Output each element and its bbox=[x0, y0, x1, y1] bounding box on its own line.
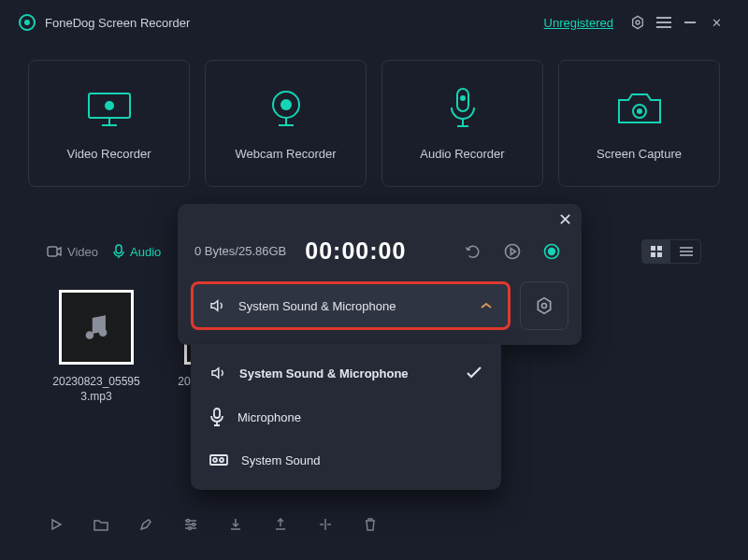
option-label: System Sound & Microphone bbox=[239, 366, 409, 381]
audio-source-dropdown: System Sound & Microphone Microphone Sys… bbox=[191, 344, 501, 490]
card-label: Audio Recorder bbox=[420, 147, 504, 161]
split-icon[interactable] bbox=[316, 515, 335, 534]
tab-label: Video bbox=[67, 245, 98, 259]
option-system-and-mic[interactable]: System Sound & Microphone bbox=[191, 352, 501, 395]
svg-rect-3 bbox=[656, 22, 671, 23]
close-icon[interactable]: ✕ bbox=[558, 209, 572, 230]
svg-point-1 bbox=[636, 21, 640, 24]
chevron-up-icon bbox=[480, 301, 493, 310]
webcam-recorder-card[interactable]: Webcam Recorder bbox=[205, 60, 367, 187]
recording-panel: ✕ 0 Bytes/25.86GB 00:00:00 System Sound … bbox=[178, 204, 582, 345]
video-recorder-card[interactable]: Video Recorder bbox=[28, 60, 190, 187]
bottom-toolbar bbox=[28, 508, 720, 541]
svg-marker-40 bbox=[538, 298, 550, 314]
folder-icon[interactable] bbox=[92, 515, 110, 534]
svg-point-45 bbox=[220, 458, 223, 462]
svg-rect-16 bbox=[116, 245, 122, 253]
svg-point-44 bbox=[213, 458, 217, 462]
svg-point-31 bbox=[187, 520, 190, 523]
svg-point-32 bbox=[193, 524, 195, 526]
webcam-icon bbox=[266, 87, 307, 130]
record-icon[interactable] bbox=[539, 238, 565, 265]
close-window-icon[interactable] bbox=[703, 9, 729, 36]
view-toggle bbox=[641, 239, 701, 264]
speaker-icon bbox=[209, 297, 225, 314]
svg-point-39 bbox=[549, 248, 555, 254]
check-icon bbox=[466, 366, 482, 380]
card-label: Screen Capture bbox=[597, 147, 682, 161]
svg-rect-18 bbox=[657, 246, 662, 251]
camera-icon bbox=[615, 87, 664, 130]
svg-point-24 bbox=[86, 331, 94, 339]
card-label: Video Recorder bbox=[66, 147, 151, 161]
undo-icon[interactable] bbox=[460, 238, 486, 265]
file-item[interactable]: 20230823_055953.mp3 bbox=[50, 290, 142, 404]
audio-source-label: System Sound & Microphone bbox=[238, 299, 467, 313]
import-icon[interactable] bbox=[226, 515, 245, 534]
trash-icon[interactable] bbox=[361, 515, 380, 534]
svg-rect-19 bbox=[651, 252, 655, 257]
audio-recorder-card[interactable]: Audio Recorder bbox=[381, 60, 543, 187]
tab-audio[interactable]: Audio bbox=[113, 244, 161, 259]
monitor-icon bbox=[83, 87, 136, 130]
app-title: FoneDog Screen Recorder bbox=[45, 16, 190, 30]
speaker-icon bbox=[209, 365, 226, 381]
card-label: Webcam Recorder bbox=[235, 147, 336, 161]
tab-label: Audio bbox=[130, 245, 161, 259]
svg-marker-0 bbox=[633, 16, 643, 28]
music-note-icon bbox=[59, 290, 134, 365]
grid-view-button[interactable] bbox=[642, 240, 670, 263]
option-label: Microphone bbox=[237, 410, 301, 424]
svg-rect-21 bbox=[680, 247, 693, 249]
file-name: 20230823_055953.mp3 bbox=[50, 374, 142, 404]
screen-capture-card[interactable]: Screen Capture bbox=[558, 60, 720, 187]
svg-rect-20 bbox=[657, 252, 662, 257]
svg-rect-4 bbox=[656, 26, 671, 28]
export-icon[interactable] bbox=[271, 515, 290, 534]
sliders-icon[interactable] bbox=[181, 515, 200, 534]
svg-point-14 bbox=[637, 108, 642, 114]
svg-point-25 bbox=[99, 328, 108, 337]
edit-icon[interactable] bbox=[137, 515, 155, 534]
minimize-icon[interactable] bbox=[677, 9, 703, 36]
list-view-button[interactable] bbox=[672, 240, 700, 263]
microphone-icon bbox=[209, 408, 224, 426]
unregistered-link[interactable]: Unregistered bbox=[544, 16, 613, 30]
audio-source-select[interactable]: System Sound & Microphone bbox=[191, 281, 511, 330]
svg-rect-42 bbox=[214, 409, 220, 418]
svg-point-6 bbox=[105, 101, 114, 110]
svg-point-33 bbox=[189, 527, 192, 530]
microphone-icon bbox=[447, 87, 479, 130]
storage-text: 0 Bytes/25.86GB bbox=[194, 244, 286, 258]
app-logo bbox=[19, 14, 36, 31]
audio-settings-button[interactable] bbox=[520, 281, 568, 330]
timer-text: 00:00:00 bbox=[305, 237, 406, 265]
svg-point-10 bbox=[280, 99, 292, 110]
svg-rect-22 bbox=[680, 251, 693, 252]
svg-point-12 bbox=[460, 95, 466, 101]
svg-rect-2 bbox=[656, 17, 671, 19]
sound-card-icon bbox=[209, 452, 228, 467]
svg-rect-23 bbox=[680, 254, 693, 256]
svg-rect-17 bbox=[651, 246, 655, 251]
play-circle-icon[interactable] bbox=[499, 238, 525, 265]
svg-point-41 bbox=[542, 304, 547, 309]
menu-icon[interactable] bbox=[651, 9, 677, 36]
svg-rect-15 bbox=[48, 247, 57, 256]
option-label: System Sound bbox=[241, 453, 321, 467]
mode-cards: Video Recorder Webcam Recorder Audio Rec… bbox=[0, 45, 748, 202]
play-icon[interactable] bbox=[47, 515, 65, 534]
svg-point-37 bbox=[506, 244, 520, 258]
tab-video[interactable]: Video bbox=[47, 245, 98, 259]
settings-icon[interactable] bbox=[625, 9, 651, 36]
option-microphone[interactable]: Microphone bbox=[191, 395, 501, 439]
titlebar: FoneDog Screen Recorder Unregistered bbox=[0, 0, 748, 45]
option-system-sound[interactable]: System Sound bbox=[191, 439, 501, 481]
